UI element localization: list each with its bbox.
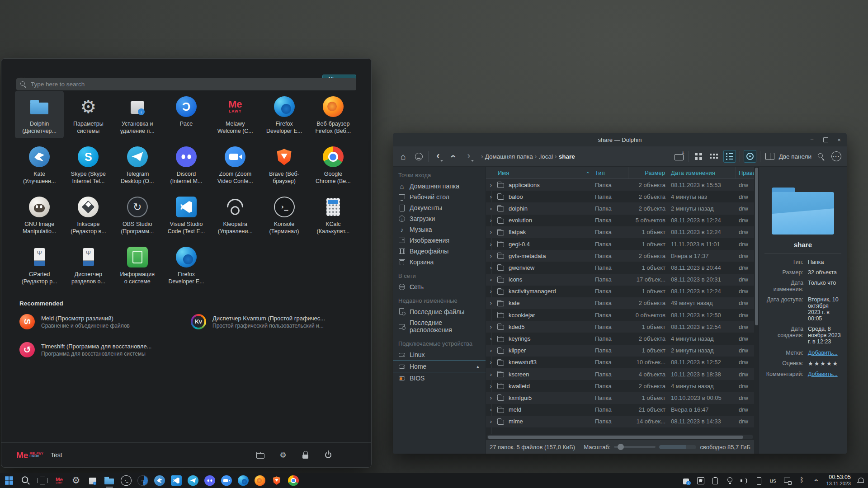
melawy-welcome-task[interactable] (53, 474, 66, 487)
discord-task[interactable] (203, 474, 216, 487)
up-button[interactable] (448, 150, 459, 162)
app-tile[interactable]: GNU Image Manipulatio... (15, 191, 64, 239)
search-input[interactable] (30, 80, 352, 88)
expand-chevron-icon[interactable]: › (486, 300, 496, 306)
column-size[interactable]: Размер (628, 167, 668, 178)
keyboard-layout[interactable]: us (769, 476, 778, 485)
breadcrumb-item[interactable]: share (559, 153, 575, 160)
expand-chevron-icon[interactable]: › (486, 324, 496, 330)
app-tile[interactable]: Skype (Skype Internet Tel... (64, 141, 113, 188)
expand-chevron-icon[interactable]: › (486, 371, 496, 378)
file-row[interactable]: › evolution Папка 5 объектов 08.11.2023 … (486, 215, 754, 226)
column-date[interactable]: Дата изменения (668, 167, 736, 178)
expand-chevron-icon[interactable]: › (486, 288, 496, 295)
telegram-task[interactable] (187, 474, 199, 487)
place-item[interactable]: Музыка (393, 224, 486, 235)
eject-icon[interactable]: ▲ (476, 364, 480, 369)
tray-nightcolor-icon[interactable] (725, 476, 734, 485)
home-icon[interactable] (397, 150, 409, 162)
clock[interactable]: 00:53:05 13.11.2023 (826, 474, 851, 487)
app-tile[interactable]: Zoom (Zoom Video Confe... (211, 141, 259, 188)
expand-chevron-icon[interactable]: › (486, 383, 496, 389)
app-tile[interactable]: Установка и удаление п... (113, 91, 162, 138)
file-row[interactable]: › applications Папка 2 объекта 08.11.202… (486, 179, 754, 191)
tray-security-icon[interactable] (696, 476, 705, 485)
file-row[interactable]: › keyrings Папка 2 объекта 4 минуты наза… (486, 333, 754, 344)
file-row[interactable]: › gvfs-metadata Папка 2 объекта Вчера в … (486, 250, 754, 262)
minimize-button[interactable]: − (809, 136, 815, 143)
firefox-developer-task[interactable] (237, 474, 250, 487)
tray-device-icon[interactable] (754, 476, 763, 485)
tray-updates-icon[interactable] (682, 476, 691, 485)
search-button[interactable] (815, 150, 827, 162)
start-button[interactable] (3, 474, 15, 487)
expand-chevron-icon[interactable]: › (486, 335, 496, 342)
notifications-bell-icon[interactable] (856, 476, 865, 485)
scrollbar-thumb[interactable] (488, 436, 743, 439)
titlebar[interactable]: share — Dolphin − × (393, 133, 847, 146)
expand-chevron-icon[interactable]: › (486, 193, 496, 200)
place-item[interactable]: Домашняя папка (393, 181, 486, 192)
place-item[interactable]: Сеть (393, 282, 486, 292)
recommended-item[interactable]: Meld (Просмотр различий) Сравнение и объ… (19, 314, 182, 329)
app-tile[interactable]: Dolphin (Диспетчер... (15, 91, 64, 138)
forward-button[interactable] (463, 150, 475, 162)
close-button[interactable]: × (836, 136, 842, 143)
preview-toggle-button[interactable] (744, 150, 756, 163)
file-row[interactable]: kcookiejar Папка 0 объектов 08.11.2023 в… (486, 309, 754, 321)
back-button[interactable] (432, 150, 444, 162)
app-tile[interactable]: Firefox Developer E... (259, 91, 308, 138)
firefox-task[interactable] (254, 474, 266, 487)
file-row[interactable]: › meld Папка 21 объект Вчера в 16:47 drw (486, 404, 754, 416)
chrome-task[interactable] (287, 474, 300, 487)
add-comment-link[interactable]: Добавить... (808, 371, 841, 377)
split-view-button[interactable]: Две панели (764, 150, 811, 162)
expand-chevron-icon[interactable]: › (486, 418, 496, 425)
compact-view-button[interactable] (708, 150, 720, 162)
overflow-menu-button[interactable] (830, 150, 842, 162)
column-type[interactable]: Тип (592, 167, 628, 178)
file-row[interactable]: › kwalletd Папка 2 объекта 4 минуты наза… (486, 380, 754, 392)
expand-chevron-icon[interactable]: › (486, 359, 496, 366)
tray-clipboard-icon[interactable] (711, 476, 720, 485)
add-tags-link[interactable]: Добавить... (808, 350, 841, 356)
device-item-bios[interactable]: BIOS (393, 373, 486, 384)
expand-chevron-icon[interactable]: › (486, 229, 496, 235)
tray-bluetooth-icon[interactable] (797, 476, 807, 485)
rating-stars[interactable]: ★★★★★ (808, 360, 841, 367)
place-item[interactable]: Видеофайлы (393, 246, 486, 257)
app-tile[interactable]: Kate (Улучшенн... (15, 141, 64, 188)
file-row[interactable]: › gegl-0.4 Папка 1 объект 11.11.2023 в 1… (486, 238, 754, 250)
file-row[interactable]: › mime Папка 14 объек... 08.11.2023 в 14… (486, 416, 754, 427)
app-tile[interactable]: KCalc (Калькулят... (309, 191, 358, 239)
system-settings-task[interactable] (70, 474, 82, 487)
place-item[interactable]: Последние файлы (393, 306, 486, 317)
column-name[interactable]: Имя ‹ (486, 167, 592, 178)
tray-volume-icon[interactable] (740, 476, 749, 485)
breadcrumb-item[interactable]: Домашняя папка (485, 153, 533, 160)
app-tile[interactable]: Discord (Internet M... (162, 141, 211, 188)
file-row[interactable]: › knewstuff3 Папка 10 объек... 08.11.202… (486, 357, 754, 368)
expand-chevron-icon[interactable]: › (486, 264, 496, 271)
app-tile[interactable]: Диспетчер разделов о... (64, 241, 113, 289)
place-item[interactable]: Изображения (393, 235, 486, 246)
file-row[interactable]: › gwenview Папка 1 объект 08.11.2023 в 2… (486, 262, 754, 273)
kate-task[interactable] (153, 474, 166, 487)
power-button[interactable] (324, 450, 333, 460)
app-tile[interactable]: OBS Studio (Программ... (113, 191, 162, 239)
app-tile[interactable]: Веб-браузер Firefox (Веб... (309, 91, 358, 138)
lock-button[interactable] (301, 450, 310, 460)
file-row[interactable]: › icons Папка 17 объек... 08.11.2023 в 2… (486, 274, 754, 286)
konsole-task[interactable] (120, 474, 132, 487)
vertical-scrollbar[interactable] (754, 167, 759, 454)
vscode-task[interactable] (170, 474, 183, 487)
place-item[interactable]: Загрузки (393, 213, 486, 224)
icons-view-button[interactable] (693, 150, 704, 162)
expand-chevron-icon[interactable]: › (486, 182, 496, 188)
horizontal-scrollbar[interactable] (487, 435, 753, 439)
file-row[interactable]: › kscreen Папка 4 объекта 10.11.2023 в 1… (486, 368, 754, 380)
file-row[interactable]: › kate Папка 2 объекта 49 минут назад dr… (486, 297, 754, 309)
tray-display-icon[interactable] (783, 476, 792, 485)
dolphin-task[interactable] (103, 474, 116, 487)
file-row[interactable]: › dolphin Папка 2 объекта 2 минуты назад… (486, 202, 754, 214)
